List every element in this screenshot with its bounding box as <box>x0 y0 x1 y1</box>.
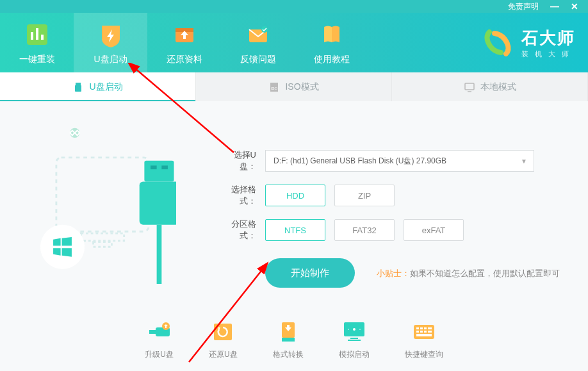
form-area: 选择U盘： D:F: (hd1) General USB Flash Disk … <box>218 149 562 288</box>
svg-rect-37 <box>416 327 419 329</box>
tip-label: 小贴士： <box>377 268 410 278</box>
usb-upgrade-icon <box>147 320 172 343</box>
nav-feedback[interactable]: 反馈问题 <box>221 13 295 72</box>
svg-rect-19 <box>144 161 174 182</box>
minimize-icon[interactable]: — <box>550 1 559 12</box>
subtab-label: ISO模式 <box>285 81 318 93</box>
svg-rect-20 <box>151 165 157 169</box>
subtab-label: U盘启动 <box>89 81 122 93</box>
keyboard-icon <box>411 320 437 343</box>
nav-label: 还原资料 <box>167 54 202 65</box>
sub-tabs: U盘启动 ISO ISO模式 本地模式 <box>0 72 588 101</box>
partition-label: 分区格式： <box>218 218 256 242</box>
svg-rect-9 <box>75 85 81 92</box>
svg-rect-45 <box>416 334 432 336</box>
svg-rect-39 <box>424 327 427 329</box>
svg-rect-27 <box>214 324 232 340</box>
usb-icon <box>72 81 84 93</box>
tool-label: 格式转换 <box>273 349 304 360</box>
bottom-tools: 升级U盘 还原U盘 格式转换 模拟启动 快捷键查询 <box>0 313 588 371</box>
tool-upgrade-usb[interactable]: 升级U盘 <box>145 320 174 371</box>
subtab-usb[interactable]: U盘启动 <box>0 72 196 101</box>
svg-rect-2 <box>36 28 38 40</box>
shield-flash-icon <box>97 21 125 49</box>
svg-point-34 <box>348 329 349 330</box>
svg-rect-1 <box>31 32 33 40</box>
subtab-local[interactable]: 本地模式 <box>392 72 588 101</box>
svg-rect-16 <box>94 242 112 247</box>
svg-text:ISO: ISO <box>271 87 278 90</box>
tool-label: 升级U盘 <box>145 349 174 360</box>
svg-rect-12 <box>465 83 474 90</box>
tool-shortcut-query[interactable]: 快捷键查询 <box>405 320 443 371</box>
iso-icon: ISO <box>268 81 280 93</box>
nav-label: 使用教程 <box>314 54 350 65</box>
svg-rect-40 <box>428 327 432 329</box>
disclaimer-link[interactable]: 免责声明 <box>508 1 539 12</box>
chevron-down-icon: ▼ <box>521 158 527 165</box>
book-icon <box>318 21 346 49</box>
brand: 石大师 装机大师 <box>482 27 575 59</box>
svg-rect-31 <box>350 338 358 339</box>
subtab-iso[interactable]: ISO ISO模式 <box>196 72 392 101</box>
svg-rect-23 <box>157 225 162 284</box>
brand-subtitle: 装机大师 <box>521 49 575 59</box>
svg-rect-43 <box>424 331 427 333</box>
svg-rect-42 <box>420 331 423 333</box>
format-option-hdd[interactable]: HDD <box>265 185 325 206</box>
monitor-play-icon <box>341 320 367 343</box>
convert-icon <box>275 320 301 343</box>
svg-rect-3 <box>41 35 44 40</box>
svg-rect-21 <box>161 165 168 169</box>
brand-logo-icon <box>482 27 514 59</box>
svg-rect-14 <box>56 158 149 231</box>
tool-restore-usb[interactable]: 还原U盘 <box>209 320 238 371</box>
svg-rect-32 <box>348 340 361 341</box>
svg-rect-15 <box>81 233 124 241</box>
partition-option-exfat[interactable]: exFAT <box>404 219 464 241</box>
tool-label: 模拟启动 <box>339 349 370 360</box>
tool-label: 还原U盘 <box>209 349 238 360</box>
partition-option-fat32[interactable]: FAT32 <box>334 219 395 241</box>
bar-chart-icon <box>23 21 51 49</box>
nav-usb-boot[interactable]: U盘启动 <box>74 13 147 72</box>
svg-rect-24 <box>149 330 156 334</box>
svg-rect-44 <box>428 331 432 333</box>
usb-select-label: 选择U盘： <box>218 149 256 172</box>
usb-select-value: D:F: (hd1) General USB Flash Disk (U盘) 2… <box>274 156 446 167</box>
svg-rect-38 <box>420 327 423 329</box>
nav-label: 一键重装 <box>19 54 55 65</box>
brand-title: 石大师 <box>521 27 575 49</box>
svg-point-35 <box>359 329 361 330</box>
svg-rect-22 <box>140 181 176 224</box>
nav-reinstall[interactable]: 一键重装 <box>0 13 74 72</box>
nav-label: U盘启动 <box>94 54 127 65</box>
usb-select[interactable]: D:F: (hd1) General USB Flash Disk (U盘) 2… <box>265 150 534 172</box>
nav-restore[interactable]: 还原资料 <box>147 13 221 72</box>
nav-tutorial[interactable]: 使用教程 <box>295 13 368 72</box>
tool-label: 快捷键查询 <box>405 349 443 360</box>
subtab-label: 本地模式 <box>480 81 516 93</box>
svg-rect-29 <box>282 338 295 342</box>
upload-box-icon <box>170 21 199 49</box>
partition-option-ntfs[interactable]: NTFS <box>265 219 325 241</box>
start-button[interactable]: 开始制作 <box>265 258 355 288</box>
usb-monitor-illustration <box>29 124 176 284</box>
tool-format-convert[interactable]: 格式转换 <box>273 320 304 371</box>
envelope-icon <box>244 21 272 49</box>
svg-rect-41 <box>416 331 419 333</box>
svg-point-18 <box>40 225 85 269</box>
monitor-icon <box>464 81 475 93</box>
svg-rect-8 <box>76 83 81 85</box>
titlebar: 免责声明 — ✕ <box>0 0 588 13</box>
nav-label: 反馈问题 <box>240 54 276 65</box>
restore-icon <box>210 320 236 343</box>
tip-text: 如果不知道怎么配置，使用默认配置即可 <box>410 268 560 278</box>
close-icon[interactable]: ✕ <box>571 1 578 12</box>
top-nav: 一键重装 U盘启动 还原资料 反馈问题 使用教程 石大师 装机大师 <box>0 13 588 72</box>
main-area: 选择U盘： D:F: (hd1) General USB Flash Disk … <box>0 101 588 313</box>
svg-point-33 <box>353 328 355 331</box>
format-option-zip[interactable]: ZIP <box>334 185 395 206</box>
tool-simulate-boot[interactable]: 模拟启动 <box>339 320 370 371</box>
format-label: 选择格式： <box>218 184 256 207</box>
